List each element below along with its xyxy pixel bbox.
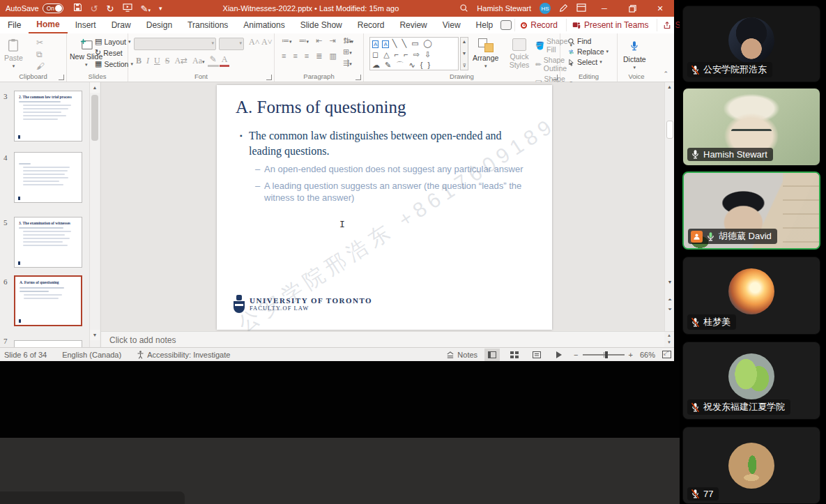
zoom-level[interactable]: 66% [640, 351, 655, 359]
arrange-button[interactable]: Arrange▾ [473, 36, 498, 69]
shrink-font-icon[interactable]: A˅ [259, 37, 274, 47]
user-avatar[interactable]: HS [540, 3, 551, 14]
scroll-up-icon[interactable]: ▲ [665, 82, 674, 92]
slideshow-view-button[interactable] [551, 349, 567, 361]
textbox-shape-icon[interactable]: A [372, 40, 378, 48]
font-dialog-launcher[interactable] [266, 75, 272, 80]
drawing-dialog-launcher[interactable] [552, 75, 558, 80]
paragraph-dialog-launcher[interactable] [355, 75, 361, 80]
dictate-button[interactable]: Dictate▾ [623, 36, 646, 70]
quick-styles-button[interactable]: Quick Styles [506, 36, 533, 69]
thumbnail-slide-6-selected[interactable]: A. Forms of questioning [14, 275, 82, 326]
bullets-icon[interactable]: ≔▾ [280, 36, 293, 45]
scroll-down-icon[interactable]: ▼ [90, 330, 100, 340]
record-button[interactable]: Record [514, 19, 563, 31]
present-in-teams-button[interactable]: Present in Teams [566, 19, 655, 31]
autosave-pill[interactable]: On [43, 3, 63, 13]
participant-tile[interactable]: 公安学院邢浩东 [682, 6, 820, 82]
change-case-icon[interactable]: Aa▾ [190, 56, 207, 66]
shape-gallery[interactable]: A A ╲ ╲ ▭ ◯◻ △ ⌐ ⌐ ⇨ ⇩☁ ✎ ⌒ ∿ { } [369, 37, 459, 70]
undo-icon[interactable]: ↺ [91, 3, 98, 14]
fit-slide-to-window-icon[interactable] [662, 351, 671, 358]
tab-file[interactable]: File [0, 17, 29, 33]
thumbnail-slide-5[interactable]: 3. The examination of witnesses [14, 217, 82, 268]
format-painter-icon[interactable]: ✎▾ [141, 3, 151, 14]
thumbnail-scrollbar[interactable]: ▲ ▼ [89, 82, 99, 347]
language-button[interactable]: English (Canada) [62, 351, 121, 359]
align-left-icon[interactable]: ≡ [280, 52, 287, 61]
text-direction-icon[interactable]: ⇅▾ [342, 36, 353, 45]
editor-scrollbar[interactable]: ▲ ▼ ⏶ ⏷ [664, 82, 674, 331]
scroll-thumb[interactable] [91, 95, 98, 141]
tab-draw[interactable]: Draw [104, 17, 139, 33]
minimize-button[interactable]: ─ [595, 1, 614, 16]
shape-gallery-arrows[interactable]: ▲▼⊽ [460, 37, 468, 70]
notes-pane[interactable]: Click to add notes ▲▼ [101, 331, 674, 347]
previous-slide-icon[interactable]: ⏶ [665, 297, 674, 303]
smartart-icon[interactable]: ⇶▾ [342, 59, 353, 68]
tab-transitions[interactable]: Transitions [180, 17, 236, 33]
zoom-slider[interactable]: − + [574, 351, 633, 359]
thumbnail-slide-7[interactable] [14, 340, 82, 347]
participant-tile[interactable]: 祝发东福建江夏学院 [682, 342, 820, 420]
zoom-slider-thumb[interactable] [605, 351, 608, 358]
slide-title[interactable]: A. Forms of questioning [236, 98, 406, 117]
italic-button[interactable]: I [144, 56, 151, 66]
reading-view-button[interactable] [529, 349, 544, 361]
start-slideshow-icon[interactable] [123, 3, 132, 14]
font-size-combo[interactable] [219, 38, 244, 50]
tab-animations[interactable]: Animations [236, 17, 292, 33]
slide-canvas[interactable]: A. Forms of questioning The common law d… [217, 85, 552, 330]
copy-icon[interactable]: ⧉ [36, 49, 45, 59]
save-icon[interactable] [73, 3, 82, 14]
ribbon-display-icon[interactable] [576, 3, 586, 13]
tab-record[interactable]: Record [350, 17, 392, 33]
participant-tile-active-speaker[interactable]: 胡德葳 David [682, 171, 820, 250]
bold-button[interactable]: B [134, 56, 144, 66]
replace-button[interactable]: Replace▾ [567, 47, 609, 56]
font-color-icon[interactable]: A [220, 54, 230, 67]
find-button[interactable]: Find [567, 37, 609, 45]
restore-button[interactable] [622, 1, 642, 16]
underline-button[interactable]: U [152, 56, 162, 66]
collapse-ribbon-icon[interactable]: ⌃ [663, 70, 668, 77]
cut-icon[interactable]: ✂ [36, 38, 45, 47]
normal-view-button[interactable] [484, 349, 500, 361]
tab-insert[interactable]: Insert [68, 17, 104, 33]
highlight-color-icon[interactable]: ✎ [208, 54, 219, 67]
search-icon[interactable] [459, 3, 468, 14]
tab-view[interactable]: View [435, 17, 468, 33]
user-name[interactable]: Hamish Stewart [477, 4, 531, 13]
align-right-icon[interactable]: ≡ [303, 52, 310, 61]
scroll-down-icon[interactable]: ▼ [665, 280, 674, 284]
layout-button[interactable]: ▤Layout▾ [95, 37, 133, 46]
columns-icon[interactable]: ▥ [328, 52, 337, 61]
align-center-icon[interactable]: ≡ [291, 52, 298, 61]
notes-placeholder[interactable]: Click to add notes [109, 335, 176, 345]
paste-button[interactable]: Paste▾ [4, 36, 23, 69]
font-name-combo[interactable] [134, 38, 216, 50]
format-painter-small-icon[interactable]: 🖌 [36, 61, 45, 71]
tab-design[interactable]: Design [139, 17, 180, 33]
next-slide-icon[interactable]: ⏷ [665, 307, 674, 312]
comments-icon[interactable] [500, 20, 512, 30]
tab-home[interactable]: Home [29, 17, 67, 33]
slide-sorter-view-button[interactable] [507, 349, 522, 361]
char-spacing-icon[interactable]: A⇄ [172, 56, 190, 66]
slide-body[interactable]: The common law distinguishes between ope… [240, 128, 533, 208]
participant-tile[interactable]: Hamish Stewart [682, 88, 820, 166]
increase-indent-icon[interactable]: ⇥ [328, 36, 337, 45]
zoom-in-icon[interactable]: + [629, 351, 633, 359]
numbering-icon[interactable]: ≕▾ [298, 36, 311, 45]
section-button[interactable]: ▦Section▾ [95, 59, 133, 68]
redo-icon[interactable]: ↻ [107, 3, 114, 14]
notes-scrollbar[interactable]: ▲▼ [664, 332, 674, 348]
align-text-icon[interactable]: ⊞▾ [342, 47, 353, 56]
close-button[interactable]: ✕ [650, 1, 670, 16]
decrease-indent-icon[interactable]: ⇤ [314, 36, 323, 45]
vertical-textbox-shape-icon[interactable]: A [382, 40, 388, 48]
accessibility-button[interactable]: Accessibility: Investigate [137, 351, 230, 359]
thumbnail-slide-3[interactable]: 2. The common law trial process [14, 91, 82, 142]
justify-icon[interactable]: ≣ [314, 52, 323, 61]
scroll-up-icon[interactable]: ▲ [90, 82, 100, 93]
